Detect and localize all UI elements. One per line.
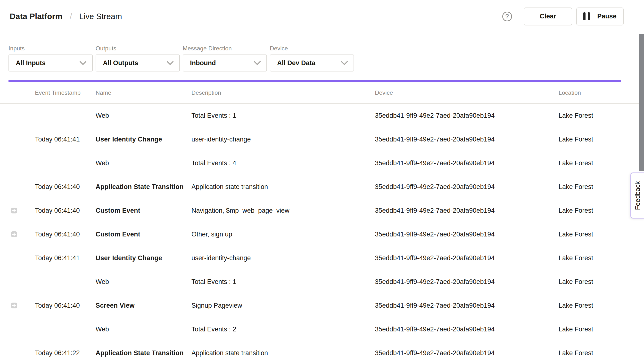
expand-cell [8,326,35,332]
location-cell: Lake Forest [558,278,621,286]
event-description-cell: Total Events : 1 [192,112,375,119]
column-header-description: Description [192,89,375,96]
expand-cell [8,160,35,166]
event-timestamp-cell: Today 06:41:41 [35,136,96,143]
event-name-cell: Screen View [96,302,192,309]
event-timestamp-cell: Today 06:41:40 [35,302,96,309]
expand-cell [8,136,35,142]
breadcrumb: Data Platform / Live Stream [10,12,122,21]
event-description-cell: Navigation, $mp_web_page_view [192,207,375,214]
table-row[interactable]: Today 06:41:41 User Identity Change user… [0,127,644,151]
filter-device: Device All Dev Data [270,45,354,71]
location-cell: Lake Forest [558,207,621,214]
expand-cell [8,208,35,213]
message-direction-select-value: Inbound [190,59,216,67]
filter-inputs-label: Inputs [8,45,93,52]
event-name-cell: Web [96,278,192,286]
breadcrumb-data-platform[interactable]: Data Platform [10,12,62,21]
expand-cell [8,184,35,190]
table-row[interactable]: Today 06:41:41 User Identity Change user… [0,246,644,270]
table-row[interactable]: Today 06:41:22 Application State Transit… [0,341,644,360]
pause-button[interactable]: Pause [576,7,624,25]
feedback-tab[interactable]: Feedback [630,173,644,218]
table-row[interactable]: Web Total Events : 4 35eddb41-9ff9-49e2-… [0,151,644,175]
location-cell: Lake Forest [558,302,621,309]
help-glyph: ? [505,12,509,20]
device-select[interactable]: All Dev Data [270,54,354,71]
message-direction-select[interactable]: Inbound [183,54,267,71]
column-header-location: Location [558,89,621,96]
clear-button-label: Clear [540,12,556,20]
event-timestamp-cell: Today 06:41:40 [35,231,96,238]
outputs-select-value: All Outputs [103,59,138,67]
location-cell: Lake Forest [558,160,621,167]
table-row[interactable]: Web Total Events : 2 35eddb41-9ff9-49e2-… [0,317,644,341]
device-cell: 35eddb41-9ff9-49e2-7aed-20afa90eb194 [375,278,558,286]
event-description-cell: Total Events : 2 [192,326,375,333]
pause-icon [583,12,590,20]
device-cell: 35eddb41-9ff9-49e2-7aed-20afa90eb194 [375,136,558,143]
expand-row-button[interactable] [11,231,17,237]
event-name-cell: User Identity Change [96,254,192,262]
events-table: Event Timestamp Name Description Device … [0,82,644,360]
device-cell: 35eddb41-9ff9-49e2-7aed-20afa90eb194 [375,207,558,214]
inputs-select-value: All Inputs [16,59,46,67]
location-cell: Lake Forest [558,112,621,119]
event-name-cell: Web [96,326,192,333]
expand-cell [8,279,35,285]
pause-button-label: Pause [597,12,616,20]
device-cell: 35eddb41-9ff9-49e2-7aed-20afa90eb194 [375,254,558,262]
event-description-cell: Other, sign up [192,231,375,238]
outputs-select[interactable]: All Outputs [96,54,180,71]
table-row[interactable]: Today 06:41:40 Screen View Signup Pagevi… [0,294,644,317]
event-description-cell: user-identity-change [192,136,375,143]
event-name-cell: Application State Transition [96,349,192,357]
expand-row-button[interactable] [11,303,17,308]
inputs-select[interactable]: All Inputs [8,54,93,71]
scrollbar-thumb[interactable] [639,34,644,171]
event-timestamp-cell: Today 06:41:41 [35,254,96,262]
table-row[interactable]: Today 06:41:40 Custom Event Other, sign … [0,222,644,246]
event-description-cell: Application state transition [192,183,375,191]
device-cell: 35eddb41-9ff9-49e2-7aed-20afa90eb194 [375,160,558,167]
location-cell: Lake Forest [558,136,621,143]
expand-cell [8,255,35,261]
event-timestamp-cell: Today 06:41:22 [35,349,96,357]
page-title: Live Stream [79,12,122,21]
table-body: Web Total Events : 1 35eddb41-9ff9-49e2-… [0,104,644,360]
column-header-event-timestamp: Event Timestamp [35,89,96,96]
event-name-cell: Web [96,112,192,119]
live-stream-progress-bar [8,80,621,82]
expand-cell [8,303,35,308]
clear-button[interactable]: Clear [524,7,572,25]
event-description-cell: Application state transition [192,349,375,357]
event-name-cell: Custom Event [96,207,192,214]
device-cell: 35eddb41-9ff9-49e2-7aed-20afa90eb194 [375,326,558,333]
event-description-cell: Total Events : 4 [192,160,375,167]
filters-row: Inputs All Inputs Outputs All Outputs Me… [0,33,644,71]
table-row[interactable]: Today 06:41:40 Application State Transit… [0,175,644,199]
filter-outputs-label: Outputs [96,45,180,52]
event-description-cell: Total Events : 1 [192,278,375,286]
event-description-cell: user-identity-change [192,254,375,262]
location-cell: Lake Forest [558,349,621,357]
filter-outputs: Outputs All Outputs [96,45,180,71]
device-select-value: All Dev Data [277,59,316,67]
help-icon[interactable]: ? [502,12,512,21]
location-cell: Lake Forest [558,254,621,262]
location-cell: Lake Forest [558,231,621,238]
event-name-cell: Web [96,160,192,167]
expand-row-button[interactable] [11,208,17,213]
table-row[interactable]: Today 06:41:40 Custom Event Navigation, … [0,199,644,222]
device-cell: 35eddb41-9ff9-49e2-7aed-20afa90eb194 [375,302,558,309]
table-row[interactable]: Web Total Events : 1 35eddb41-9ff9-49e2-… [0,104,644,127]
event-name-cell: User Identity Change [96,136,192,143]
event-description-cell: Signup Pageview [192,302,375,309]
top-bar-actions: ? Clear Pause [502,7,624,25]
filter-inputs: Inputs All Inputs [8,45,93,71]
table-row[interactable]: Web Total Events : 1 35eddb41-9ff9-49e2-… [0,270,644,294]
chevron-down-icon [254,61,260,65]
chevron-down-icon [80,61,86,65]
filter-message-direction-label: Message Direction [183,45,267,52]
device-cell: 35eddb41-9ff9-49e2-7aed-20afa90eb194 [375,349,558,357]
